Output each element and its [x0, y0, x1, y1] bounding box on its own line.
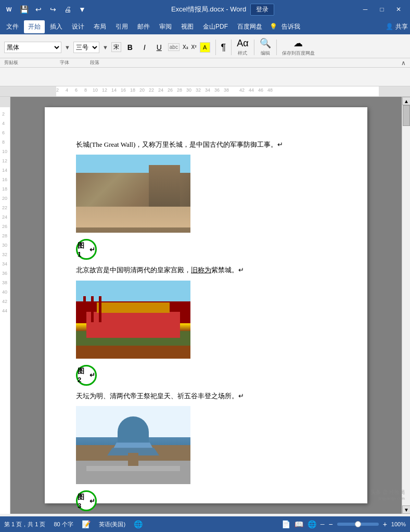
font-label: 字体 [60, 59, 69, 66]
scroll-up-btn[interactable]: ▲ [402, 97, 410, 105]
text-1: 长城(The Great Wall)，又称万里长城，是中国古代的军事防御工事。 [76, 141, 277, 148]
menu-jinshan-pdf[interactable]: 金山PDF [199, 20, 232, 33]
zoom-in-icon[interactable]: + [383, 520, 387, 528]
text-2c: 紫禁城。 [211, 266, 238, 274]
scroll-thumb[interactable] [403, 105, 410, 126]
save-baidu-btn[interactable]: ☁ 保存到百度网盘 [282, 37, 315, 57]
italic-button[interactable]: I [139, 42, 150, 53]
tell-me-label[interactable]: 告诉我 [279, 21, 302, 32]
ribbon-font-row: 黑体 ▼ 三号 ▼ 宋 B I U abc X₂ X² A ¶ Aα 样式 🔍 … [0, 36, 410, 58]
highlight-btn[interactable]: A [200, 42, 210, 53]
minimize-button[interactable]: ─ [358, 4, 373, 15]
word-count-icon[interactable]: 📝 [82, 520, 91, 528]
ribbon-divider [215, 40, 216, 55]
ribbon-divider3 [254, 40, 254, 55]
col1 [83, 296, 86, 322]
v-ruler-body: 2 4 6 8 10 12 14 16 18 20 22 24 26 28 30… [0, 107, 10, 514]
share-label[interactable]: 共享 [395, 22, 408, 31]
doc-area[interactable]: 长城(The Great Wall)，又称万里长城，是中国古代的军事防御工事。↵… [10, 97, 402, 514]
undo-icon[interactable]: ↩ [33, 4, 44, 15]
zoom-thumb[interactable] [355, 521, 361, 527]
window-controls: ─ □ ✕ [358, 4, 406, 15]
font-size-unit[interactable]: 宋 [111, 42, 121, 52]
fig1-badge: 图 1↵ [76, 239, 97, 260]
status-bar: 第 1 页，共 1 页 80 个字 📝 英语(美国) 🌐 📄 📖 🌐 ─ − +… [0, 516, 410, 532]
path [76, 207, 190, 227]
language: 英语(美国) [99, 521, 125, 528]
text-3: 天坛为明、清两代帝王祭祀皇天、祈五谷丰登之场所。 [76, 392, 238, 400]
col3 [99, 296, 101, 322]
app-icon: W [4, 4, 15, 15]
customize-icon[interactable]: ▼ [77, 4, 87, 15]
view-normal-icon[interactable]: 📄 [281, 520, 290, 528]
subscript-btn[interactable]: X₂ [183, 44, 188, 50]
edit-btn[interactable]: 🔍 编辑 [260, 37, 271, 57]
scroll-track[interactable] [402, 105, 410, 505]
left-ruler: 2 4 6 8 10 12 14 16 18 20 22 24 26 28 30… [0, 97, 10, 514]
page-top-space [76, 128, 336, 138]
col2 [91, 296, 94, 322]
image-2-forbidden-city [76, 281, 190, 359]
strikethrough-btn[interactable]: abc [168, 43, 180, 51]
ribbon-collapse-btn[interactable]: ∧ [401, 59, 406, 67]
menu-baidu-pan[interactable]: 百度网盘 [233, 20, 266, 33]
menu-home[interactable]: 开始 [24, 20, 45, 33]
language-icon[interactable]: 🌐 [134, 520, 143, 528]
menu-view[interactable]: 视图 [177, 20, 198, 33]
font-size-select[interactable]: 三号 [73, 42, 99, 53]
title-left-controls: W 💾 ↩ ↪ 🖨 ▼ [4, 4, 87, 15]
fig3-badge: 图 3↵ [76, 490, 97, 511]
view-web-icon[interactable]: 🌐 [307, 520, 316, 528]
maximize-button[interactable]: □ [375, 4, 389, 15]
paragraph-1: 长城(The Great Wall)，又称万里长城，是中国古代的军事防御工事。↵ [76, 138, 336, 150]
underline-button[interactable]: U [153, 42, 165, 53]
edit-label: 编辑 [261, 50, 270, 57]
view-reading-icon[interactable]: 📖 [294, 520, 303, 528]
ribbon-divider2 [231, 40, 232, 55]
menu-insert[interactable]: 插入 [46, 20, 67, 33]
scroll-down-btn[interactable]: ▼ [402, 505, 410, 514]
v-ruler-top [0, 97, 10, 107]
zoom-out-icon[interactable]: − [328, 520, 332, 528]
base [76, 346, 190, 359]
save-icon[interactable]: 💾 [19, 4, 29, 15]
ruler-numbers: 2 4 6 8 10 12 14 16 18 20 22 24 26 28 30… [56, 86, 379, 96]
font-size-arrow[interactable]: ▼ [102, 44, 108, 50]
style-btn[interactable]: Aα 样式 [237, 38, 248, 57]
platform [86, 466, 180, 471]
word-count: 80 个字 [54, 521, 73, 528]
fig2-label: 图 2 [78, 366, 89, 384]
menu-references[interactable]: 引用 [111, 20, 132, 33]
paragraph-btn[interactable]: ¶ [221, 43, 226, 52]
paragraph-2: 北京故宫是中国明清两代的皇家宫殿，旧称为紫禁城。↵ [76, 264, 336, 276]
superscript-btn[interactable]: X² [191, 44, 197, 50]
bold-button[interactable]: B [124, 42, 136, 53]
menu-review[interactable]: 审阅 [155, 20, 176, 33]
vertical-scrollbar[interactable]: ▲ ▼ [402, 97, 410, 514]
ruler-right-margin [379, 86, 410, 96]
print-icon[interactable]: 🖨 [62, 4, 73, 15]
clipboard-label: 剪贴板 [4, 59, 18, 66]
tell-me: 💡 告诉我 [270, 21, 302, 32]
font-name-select[interactable]: 黑体 [4, 42, 61, 53]
title-center: Excel情报局.docx - Word 登录 [87, 4, 358, 16]
menu-mailings[interactable]: 邮件 [133, 20, 154, 33]
zoom-level: 100% [391, 521, 406, 527]
svg-text:W: W [6, 6, 12, 12]
menu-layout[interactable]: 布局 [89, 20, 110, 33]
font-dropdown-arrow[interactable]: ▼ [65, 44, 70, 50]
image-3-temple-of-heaven [76, 406, 190, 484]
share-area: 👤 共享 [386, 22, 408, 31]
login-button[interactable]: 登录 [250, 4, 274, 16]
ribbon-group-labels: 剪贴板 字体 段落 ∧ [0, 58, 410, 68]
fig3-label: 图 3 [78, 492, 89, 510]
menu-design[interactable]: 设计 [68, 20, 88, 33]
redo-icon[interactable]: ↪ [48, 4, 58, 15]
close-button[interactable]: ✕ [391, 4, 406, 15]
text-2b: 旧称为 [191, 266, 211, 274]
ribbon: 黑体 ▼ 三号 ▼ 宋 B I U abc X₂ X² A ¶ Aα 样式 🔍 … [0, 34, 410, 86]
ruler: 2 4 6 8 10 12 14 16 18 20 22 24 26 28 30… [0, 86, 410, 97]
title-bar: W 💾 ↩ ↪ 🖨 ▼ Excel情报局.docx - Word 登录 ─ □ … [0, 0, 410, 19]
zoom-slider[interactable] [337, 523, 379, 526]
menu-file[interactable]: 文件 [2, 20, 23, 33]
